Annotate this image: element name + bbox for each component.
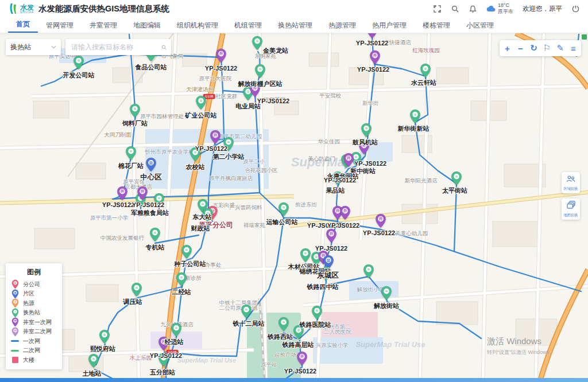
YP-JS0122-marker[interactable]: 井 <box>339 205 351 220</box>
region-switch-button[interactable]: 区域切换 <box>562 172 580 193</box>
map-switch-button[interactable]: 地图切换 <box>562 198 580 220</box>
土地站-marker[interactable]: ≈ <box>88 353 99 368</box>
熙悦府站-marker[interactable]: ≈ <box>99 329 110 344</box>
铁路西站-marker[interactable]: ≈ <box>278 317 289 332</box>
map-place-label: 原平宾馆 <box>123 178 145 186</box>
YP-JS0122-marker[interactable]: 井 <box>296 351 308 366</box>
svg-text:井: 井 <box>342 208 347 213</box>
draw-icon[interactable]: ✎ <box>554 41 567 55</box>
search-submit-icon[interactable] <box>161 44 167 51</box>
svg-text:井: 井 <box>218 51 223 56</box>
svg-text:≈: ≈ <box>385 289 388 294</box>
tab-地图编辑[interactable]: 地图编辑 <box>125 18 169 33</box>
region-switch-label: 区域切换 <box>563 186 579 192</box>
tab-组织机构管理[interactable]: 组织机构管理 <box>169 18 226 33</box>
铁路四中站-marker[interactable]: ≈ <box>320 266 332 281</box>
YP-JS0122-marker[interactable]: 井 <box>343 153 354 167</box>
tab-热用户管理[interactable]: 热用户管理 <box>364 18 415 33</box>
经适站-marker[interactable]: ≈ <box>171 322 182 337</box>
调压站-marker[interactable]: ≈ <box>131 282 142 297</box>
YP-JS0122-marker[interactable]: 井 <box>326 228 337 243</box>
YP-JS0122-marker[interactable]: 井 <box>249 83 261 98</box>
search-category-select[interactable]: 换热站 <box>6 39 61 55</box>
svg-text:≈: ≈ <box>200 98 202 103</box>
YP-JS0122-marker[interactable]: 井 <box>366 33 378 39</box>
tab-井室管理[interactable]: 井室管理 <box>82 18 125 33</box>
legend-item-井室一次网: 井 井室一次网 <box>11 318 57 328</box>
legend-label: 换热站 <box>23 309 40 317</box>
station-label: 金美龙站 <box>263 46 288 55</box>
map-place-label: 华众佳园 <box>318 138 340 146</box>
station-label: 五分部站 <box>150 368 175 377</box>
tab-楼栋管理[interactable]: 楼栋管理 <box>415 18 458 33</box>
铁路医院站-marker[interactable]: ≈ <box>311 305 323 320</box>
铁路高层站-marker[interactable]: ≈ <box>293 325 304 340</box>
station-label: 粮食局站 <box>144 209 169 217</box>
解放街站-marker[interactable]: ≈ <box>381 286 392 301</box>
YP-JS0122-marker[interactable]: 井 <box>158 336 169 351</box>
财政站-marker[interactable]: ≈ <box>202 208 214 223</box>
layer-list-icon[interactable]: ≡ <box>567 41 580 55</box>
tab-小区管理[interactable]: 小区管理 <box>458 18 502 33</box>
map-corner-badge[interactable] <box>582 34 587 40</box>
svg-text:≈: ≈ <box>194 150 196 155</box>
search-input[interactable] <box>70 42 161 52</box>
station-marker[interactable]: ≈ <box>363 264 374 279</box>
矿业公司站-marker[interactable]: ≈ <box>195 95 207 110</box>
reset-view-icon[interactable]: ↻ <box>527 41 540 55</box>
铁十二局站-marker[interactable]: ≈ <box>241 304 252 319</box>
二经站-marker[interactable]: ≈ <box>176 272 187 287</box>
解放街棚户区站-marker[interactable]: ≈ <box>254 64 266 79</box>
legend-label: 片区 <box>23 290 34 298</box>
棉花厂站-marker[interactable]: ≈ <box>125 146 137 161</box>
tab-换热站管理[interactable]: 换热站管理 <box>270 18 320 33</box>
运输公司站-marker[interactable]: ≈ <box>278 202 289 217</box>
太平街站-marker[interactable]: ≈ <box>451 171 462 186</box>
svg-text:≈: ≈ <box>158 196 160 201</box>
五分部站-marker[interactable]: ≈ <box>158 352 169 367</box>
logout-icon[interactable] <box>571 5 580 13</box>
tab-机组管理[interactable]: 机组管理 <box>226 18 270 33</box>
果品站-marker[interactable]: ≈ <box>332 171 343 186</box>
map-place-label: 红海玫瑰园 <box>412 47 440 54</box>
bell-icon[interactable] <box>469 5 477 13</box>
search-icon[interactable] <box>451 5 459 13</box>
YP-JS0122-marker[interactable]: 井 <box>117 186 128 201</box>
svg-text:≈: ≈ <box>336 174 339 179</box>
zoom-out-icon[interactable]: − <box>514 41 527 55</box>
weather-city: 原平市 <box>498 9 513 15</box>
svg-text:≈: ≈ <box>136 285 138 290</box>
中心区-marker[interactable]: ▦ <box>145 157 157 172</box>
map-place-label: 天津灌汤包 <box>186 86 214 93</box>
weather-temp: 18°C <box>498 2 513 9</box>
YP-JS0122-marker[interactable]: 井 <box>137 186 148 201</box>
开发公司站-marker[interactable]: ≈ <box>73 55 84 70</box>
YP-JS0122-marker[interactable]: 井 <box>210 130 221 145</box>
svg-text:≈: ≈ <box>256 38 258 44</box>
tab-首页[interactable]: 首页 <box>8 17 38 33</box>
专机站-marker[interactable]: ≈ <box>149 227 161 242</box>
饲料厂站-marker[interactable]: ≈ <box>129 103 141 118</box>
station-label: 太平街站 <box>442 186 467 195</box>
station-label: 矿业公司站 <box>185 111 217 120</box>
水云轩站-marker[interactable]: ≈ <box>420 63 431 78</box>
legend-symbol <box>11 350 19 352</box>
第二小学站-marker[interactable]: ≈ <box>223 137 234 151</box>
木材公司站-marker[interactable]: ≈ <box>300 248 311 263</box>
农校站-marker[interactable]: ≈ <box>189 147 201 162</box>
station-label: 棉花厂站 <box>118 162 144 170</box>
YP-JS0122-marker[interactable]: 井 <box>369 50 381 65</box>
tab-管网管理[interactable]: 管网管理 <box>38 18 82 33</box>
map-canvas[interactable]: ≈开发公司站 ≈食品公司站 井YP-JS0122 ≈解放街棚户区站 ≈金美龙站 … <box>0 33 588 382</box>
tab-热源管理[interactable]: 热源管理 <box>320 18 364 33</box>
YP-JS0122-marker[interactable]: 井 <box>215 48 227 63</box>
鼓风机站-marker[interactable]: ≈ <box>361 123 372 138</box>
粮食局站-marker[interactable]: ≈ <box>153 193 165 208</box>
新华街新站-marker[interactable]: ≈ <box>409 109 421 124</box>
种子公司站-marker[interactable]: ≈ <box>181 244 192 259</box>
zoom-in-icon[interactable]: + <box>501 41 514 55</box>
YP-JS0122-marker[interactable]: 井 <box>375 213 386 228</box>
fullscreen-icon[interactable] <box>433 5 442 13</box>
金美龙站-marker[interactable]: ≈ <box>252 36 263 50</box>
measure-icon[interactable]: ⚐ <box>540 41 554 55</box>
